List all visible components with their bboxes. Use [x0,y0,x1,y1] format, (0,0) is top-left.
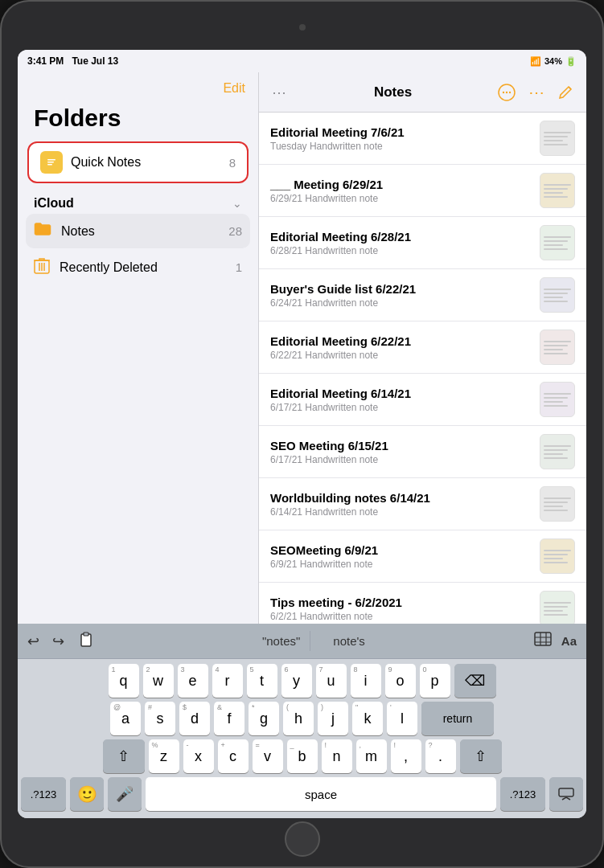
key-b[interactable]: _b [287,739,318,773]
note-item[interactable]: SEOMeeting 6/9/21 6/9/21 Handwritten not… [259,530,586,583]
num-switch-key-right[interactable]: .?123 [500,777,545,811]
emoji-key[interactable]: 🙂 [70,777,104,811]
key-comma[interactable]: !, [391,739,421,773]
key-c[interactable]: +c [218,739,249,773]
right-panel: ⋯ Notes ⋯ [259,72,586,624]
mic-key[interactable]: 🎤 [108,777,142,811]
key-p[interactable]: 0p [420,664,450,698]
note-thumbnail [540,434,575,469]
shift-key-right[interactable]: ⇧ [460,739,502,773]
note-title: Tips meeting - 6/2/2021 [270,596,532,609]
note-meta: 6/2/21 Handwritten note [270,611,532,622]
quick-notes-item[interactable]: Quick Notes 8 [27,141,249,183]
folder-item-recently-deleted[interactable]: Recently Deleted 1 [18,248,258,286]
keyboard[interactable]: 1q 2w 3e 4r 5t 6y 7u 8i 9o 0p ⌫ @a #s $d [18,659,586,818]
quick-notes-count: 8 [229,156,236,170]
key-t[interactable]: 5t [247,664,277,698]
note-item[interactable]: Editorial Meeting 6/14/21 6/17/21 Handwr… [259,374,586,426]
svg-rect-2 [47,162,54,163]
folder-item-notes[interactable]: Notes 28 [26,214,250,248]
notes-header: ⋯ Notes ⋯ [259,72,586,113]
redo-button[interactable]: ↪ [52,633,64,650]
note-meta: 6/24/21 Handwritten note [270,297,532,309]
return-key[interactable]: return [421,702,494,735]
chevron-down-icon[interactable]: ⌄ [232,197,242,210]
thumb-line [544,341,571,342]
note-thumbnail [540,277,575,313]
key-s[interactable]: #s [145,702,175,735]
key-h[interactable]: (h [283,702,314,735]
key-k[interactable]: "k [352,702,383,735]
front-camera [299,24,306,31]
key-row-3: ⇧ %z -x +c =v _b !n ,m !, ?. ⇧ [21,739,583,773]
thumb-line [544,349,563,350]
key-e[interactable]: 3e [178,664,208,698]
quick-notes-label: Quick Notes [71,155,141,170]
undo-button[interactable]: ↩ [27,633,39,650]
table-icon-button[interactable] [534,632,552,650]
key-z[interactable]: %z [149,739,179,773]
note-meta: 6/9/21 Handwritten note [270,559,532,570]
notes-folder-count: 28 [228,224,242,238]
ellipsis-button[interactable]: ⋯ [528,83,544,102]
key-i[interactable]: 8i [351,664,381,698]
note-item[interactable]: Buyer's Guide list 6/22/21 6/24/21 Handw… [259,269,586,321]
num-switch-key[interactable]: .?123 [21,777,66,811]
key-v[interactable]: =v [253,739,283,773]
key-x[interactable]: -x [183,739,214,773]
space-key[interactable]: space [146,777,496,811]
thumb-line [544,405,568,407]
note-item[interactable]: ___ Meeting 6/29/21 6/29/21 Handwritten … [259,165,586,217]
note-content: Editorial Meeting 6/22/21 6/22/21 Handwr… [270,334,532,361]
thumb-line [544,453,563,455]
note-item[interactable]: Editorial Meeting 6/28/21 6/28/21 Handwr… [259,217,586,269]
note-item[interactable]: Editorial Meeting 7/6/21 Tuesday Handwri… [259,113,586,165]
note-item[interactable]: Tips meeting - 6/2/2021 6/2/21 Handwritt… [259,583,586,624]
thumb-line [544,236,571,238]
date: Tue Jul 13 [72,55,118,67]
note-content: Editorial Meeting 6/28/21 6/28/21 Handwr… [270,230,532,256]
note-title: Editorial Meeting 6/28/21 [270,230,532,244]
note-meta: 6/14/21 Handwritten note [270,506,532,518]
keyboard-hide-key[interactable] [549,777,583,811]
more-options-button[interactable] [498,84,516,101]
svg-rect-14 [84,633,88,636]
note-content: Buyer's Guide list 6/22/21 6/24/21 Handw… [270,282,532,309]
note-item[interactable]: SEO Meeting 6/15/21 6/17/21 Handwritten … [259,426,586,478]
thumb-line [544,301,568,302]
note-title: Buyer's Guide list 6/22/21 [270,282,532,296]
thumb-line [544,196,568,198]
key-d[interactable]: $d [179,702,210,735]
thumb-lines [540,285,575,306]
key-o[interactable]: 9o [385,664,416,698]
toolbar-center: "notes" note's [93,631,534,651]
home-button[interactable] [285,821,320,857]
key-y[interactable]: 6y [281,664,312,698]
key-q[interactable]: 1q [109,664,139,698]
note-item[interactable]: Worldbuilding notes 6/14/21 6/14/21 Hand… [259,478,586,530]
autocomplete-option-2[interactable]: note's [323,631,375,651]
note-title: Worldbuilding notes 6/14/21 [270,491,532,505]
key-r[interactable]: 4r [212,664,243,698]
key-row-4: .?123 🙂 🎤 space .?123 [21,777,583,811]
key-g[interactable]: *g [249,702,279,735]
edit-button[interactable]: Edit [223,81,245,96]
key-a[interactable]: @a [110,702,141,735]
key-u[interactable]: 7u [316,664,347,698]
autocomplete-option-1[interactable]: "notes" [253,631,310,651]
key-n[interactable]: !n [322,739,352,773]
note-item[interactable]: Editorial Meeting 6/22/21 6/22/21 Handwr… [259,321,586,374]
note-title: Editorial Meeting 7/6/21 [270,125,532,139]
key-w[interactable]: 2w [143,664,174,698]
key-m[interactable]: ,m [356,739,387,773]
paste-button[interactable] [77,631,93,651]
key-f[interactable]: &f [214,702,244,735]
key-l[interactable]: 'l [387,702,417,735]
key-period[interactable]: ?. [425,739,456,773]
shift-key[interactable]: ⇧ [103,739,145,773]
backspace-key[interactable]: ⌫ [454,664,496,698]
compose-button[interactable] [557,84,573,100]
key-j[interactable]: )j [318,702,348,735]
thumb-lines [540,598,575,620]
font-button[interactable]: Aa [561,634,577,648]
